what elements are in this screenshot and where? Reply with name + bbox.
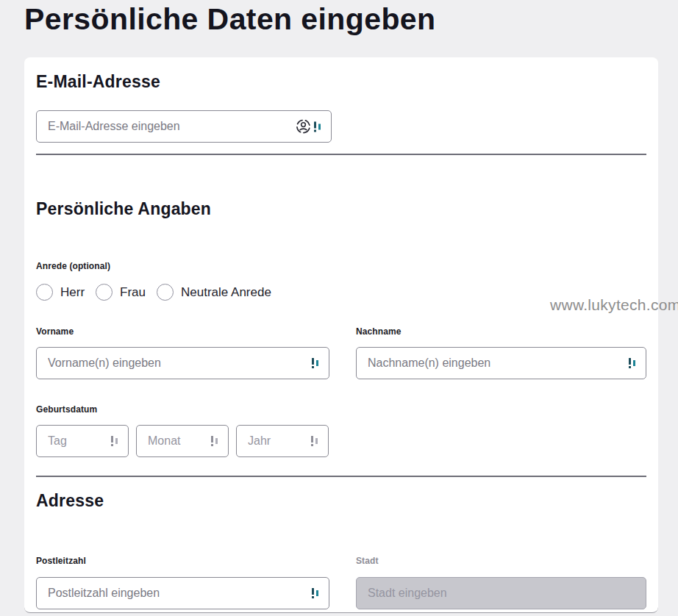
page-title: Persönliche Daten eingeben [24, 0, 436, 38]
last-name-input-wrap [356, 347, 646, 379]
autofill-bars-gray-icon[interactable] [111, 435, 119, 447]
address-section-heading: Adresse [36, 491, 104, 511]
postal-code-label: Postleitzahl [36, 556, 86, 566]
salutation-label: Anrede (optional) [36, 261, 110, 271]
autofill-bars-gray-icon[interactable] [311, 435, 319, 447]
contact-autofill-icon[interactable] [296, 119, 311, 135]
section-divider [36, 154, 646, 155]
postal-code-input[interactable] [36, 577, 329, 609]
autofill-bars-icon[interactable] [312, 587, 320, 599]
first-name-label: Vorname [36, 326, 74, 337]
radio-option-neutrale-anrede[interactable]: Neutrale Anrede [157, 284, 271, 301]
first-name-input-wrap [36, 347, 329, 379]
email-input-icons [296, 119, 322, 135]
autofill-bars-icon[interactable] [629, 357, 637, 369]
radio-option-herr[interactable]: Herr [36, 284, 85, 301]
personal-section-heading: Persönliche Angaben [36, 199, 211, 219]
form-card: E-Mail-Adresse Persönliche Angaben Anred… [24, 57, 658, 613]
radio-circle-icon[interactable] [36, 284, 53, 301]
postal-code-input-wrap [36, 577, 329, 609]
section-divider [36, 476, 646, 477]
radio-label: Herr [60, 285, 85, 300]
city-input-wrap [356, 577, 646, 609]
city-input [356, 577, 646, 609]
email-section-heading: E-Mail-Adresse [36, 72, 160, 92]
city-label: Stadt [356, 556, 379, 566]
birth-year-input-wrap [236, 425, 329, 457]
radio-circle-icon[interactable] [157, 284, 174, 301]
first-name-input[interactable] [36, 347, 329, 379]
email-input[interactable] [36, 110, 332, 143]
radio-circle-icon[interactable] [96, 284, 113, 301]
email-input-wrap [36, 110, 332, 143]
last-name-input[interactable] [356, 347, 646, 379]
autofill-bars-icon[interactable] [314, 121, 322, 132]
autofill-bars-icon[interactable] [312, 357, 320, 369]
autofill-bars-gray-icon[interactable] [211, 435, 219, 447]
radio-option-frau[interactable]: Frau [96, 284, 146, 301]
radio-label: Neutrale Anrede [181, 285, 271, 300]
birthdate-label: Geburtsdatum [36, 404, 97, 415]
salutation-radio-group: Herr Frau Neutrale Anrede [36, 284, 282, 301]
radio-label: Frau [120, 285, 146, 300]
birth-day-input-wrap [36, 425, 129, 457]
birth-month-input-wrap [136, 425, 229, 457]
last-name-label: Nachname [356, 326, 402, 337]
